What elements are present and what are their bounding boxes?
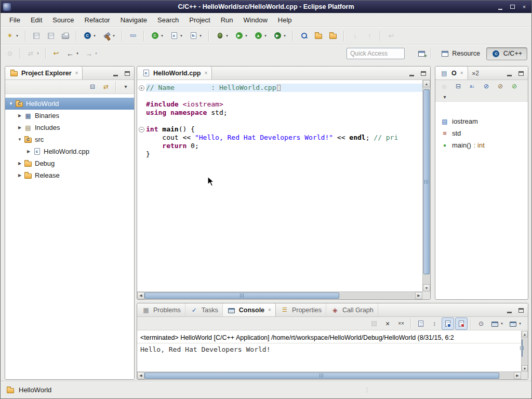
- minimize-editor-button[interactable]: [407, 69, 416, 77]
- tree-item-release[interactable]: ▶Release: [5, 169, 134, 181]
- debug-menu-arrow[interactable]: ▾: [225, 34, 229, 38]
- new-wizard-button[interactable]: ✶▾: [4, 30, 21, 42]
- forward-menu-arrow[interactable]: ▾: [94, 51, 98, 56]
- editor-hscroll-thumb[interactable]: [144, 292, 339, 299]
- maximize-outline-button[interactable]: [517, 69, 525, 77]
- scroll-right-arrow[interactable]: ▶: [415, 292, 422, 299]
- maximize-view-button[interactable]: [123, 69, 131, 77]
- new-header-file-button[interactable]: ▾: [187, 30, 204, 42]
- scroll-track[interactable]: [144, 292, 415, 299]
- external-tools-menu-arrow[interactable]: ▾: [283, 34, 287, 38]
- open-element-button[interactable]: [327, 30, 339, 42]
- outline-item-main[interactable]: ●main() : int: [435, 139, 528, 151]
- remove-all-terminated-button[interactable]: ××: [395, 317, 407, 330]
- menu-edit[interactable]: Edit: [26, 14, 47, 26]
- new-source-file-button[interactable]: ▾: [168, 30, 185, 42]
- open-console-button[interactable]: ▾: [507, 317, 524, 330]
- last-edit-location-button[interactable]: ↩: [50, 47, 62, 60]
- scroll-track[interactable]: [144, 372, 514, 379]
- run-menu-arrow[interactable]: ▾: [244, 34, 248, 38]
- expand-arrow-icon[interactable]: ▶: [16, 161, 23, 166]
- expand-arrow-icon[interactable]: ▶: [16, 125, 23, 130]
- link-with-editor-menu-arrow[interactable]: ▾: [36, 51, 40, 56]
- menu-project[interactable]: Project: [184, 14, 215, 26]
- expand-arrow-icon[interactable]: ▶: [16, 173, 23, 178]
- collapse-arrow-icon[interactable]: ▼: [7, 101, 15, 106]
- fold-collapse-icon[interactable]: −: [139, 127, 144, 132]
- scroll-track[interactable]: [522, 337, 528, 365]
- show-stderr-button[interactable]: [455, 317, 468, 330]
- scroll-right-arrow[interactable]: ▶: [514, 372, 521, 379]
- new-wizard-menu-arrow[interactable]: ▾: [15, 34, 19, 38]
- menu-source[interactable]: Source: [48, 14, 78, 26]
- project-explorer-tab[interactable]: Project Explorer ×: [5, 66, 83, 79]
- editor-text-area[interactable]: +// Name : HelloWorld.cpp#include <iostr…: [137, 80, 422, 291]
- link-editor-button[interactable]: ⇄: [100, 81, 112, 93]
- maximize-editor-button[interactable]: [419, 69, 428, 77]
- menu-file[interactable]: File: [5, 14, 25, 26]
- menu-navigate[interactable]: Navigate: [116, 14, 152, 26]
- run-button[interactable]: ▶▾: [233, 30, 250, 42]
- tree-item-helloworld-cpp[interactable]: ▶HelloWorld.cpp: [5, 145, 134, 157]
- scroll-left-arrow[interactable]: ◀: [137, 292, 144, 299]
- tree-item-includes[interactable]: ▶▤Includes: [5, 122, 134, 134]
- tab-overflow-indicator[interactable]: »2: [472, 66, 479, 79]
- tree-item-debug[interactable]: ▶Debug: [5, 157, 134, 169]
- menu-run[interactable]: Run: [216, 14, 238, 26]
- editor-vscroll-thumb[interactable]: [423, 89, 430, 274]
- window-minimize-button[interactable]: [495, 2, 506, 11]
- fold-expand-icon[interactable]: +: [139, 85, 144, 91]
- clear-console-button[interactable]: [415, 317, 427, 330]
- console-text-area[interactable]: <terminated> HelloWorld [C/C++ Applicati…: [137, 331, 521, 371]
- external-tools-button[interactable]: ▶▾: [271, 30, 288, 42]
- console-hscroll-thumb[interactable]: [144, 373, 499, 379]
- tree-item-src[interactable]: ▼src: [5, 134, 134, 145]
- collapse-all-button[interactable]: ⊟: [86, 81, 99, 93]
- tab-properties[interactable]: ☰Properties: [276, 303, 326, 316]
- minimize-outline-button[interactable]: [505, 69, 513, 77]
- new-cpp-project-button[interactable]: C▾: [81, 30, 98, 42]
- quick-access-input[interactable]: [347, 48, 405, 59]
- hide-static-button[interactable]: ⊘: [494, 80, 507, 92]
- close-tab-icon[interactable]: ×: [268, 307, 271, 313]
- expand-arrow-icon[interactable]: ▶: [25, 149, 32, 154]
- editor-tab[interactable]: HelloWorld.cpp ×: [137, 66, 212, 79]
- close-outline-icon[interactable]: ×: [460, 70, 463, 76]
- console-vscroll-thumb[interactable]: [522, 339, 523, 356]
- view-menu-button[interactable]: ▾: [438, 91, 451, 103]
- show-stdout-button[interactable]: [442, 317, 454, 330]
- close-view-icon[interactable]: ×: [75, 70, 78, 76]
- search-button[interactable]: [298, 30, 310, 42]
- scroll-up-arrow[interactable]: ▲: [522, 331, 528, 337]
- outline-tab[interactable]: ▤ O ×: [435, 66, 468, 79]
- open-resource-button[interactable]: [312, 30, 325, 42]
- scroll-left-arrow[interactable]: ◀: [137, 372, 144, 379]
- close-editor-icon[interactable]: ×: [204, 70, 207, 76]
- tree-item-binaries[interactable]: ▶▦Binaries: [5, 110, 134, 122]
- tab-tasks[interactable]: ✓Tasks: [185, 303, 223, 316]
- minimize-console-button[interactable]: [505, 306, 513, 314]
- new-source-file-menu-arrow[interactable]: ▾: [179, 34, 183, 38]
- window-maximize-button[interactable]: [507, 2, 517, 11]
- back-menu-arrow[interactable]: ▾: [75, 51, 79, 56]
- minimize-view-button[interactable]: [111, 69, 119, 77]
- debug-button[interactable]: ▾: [214, 30, 231, 42]
- open-console-menu-arrow[interactable]: ▾: [518, 322, 522, 326]
- build-all-menu-arrow[interactable]: ▾: [112, 34, 116, 38]
- build-console-button[interactable]: 010: [127, 30, 139, 42]
- tab-problems[interactable]: ▦Problems: [137, 303, 185, 316]
- menu-refactor[interactable]: Refactor: [80, 14, 115, 26]
- collapse-arrow-icon[interactable]: ▼: [16, 137, 23, 142]
- new-class-button[interactable]: C▾: [149, 30, 166, 42]
- view-menu-button[interactable]: ▾: [119, 81, 132, 93]
- menu-help[interactable]: Help: [273, 14, 297, 26]
- open-perspective-button[interactable]: [415, 47, 428, 60]
- menu-search[interactable]: Search: [153, 14, 183, 26]
- tab-call-graph[interactable]: ◈Call Graph: [326, 303, 378, 316]
- menu-window[interactable]: Window: [239, 14, 272, 26]
- display-selected-console-menu-arrow[interactable]: ▾: [500, 322, 504, 326]
- print-button[interactable]: [59, 30, 72, 42]
- outline-item-std[interactable]: ≡std: [435, 127, 528, 139]
- profile-menu-arrow[interactable]: ▾: [263, 34, 268, 38]
- back-button[interactable]: ←▾: [64, 47, 81, 60]
